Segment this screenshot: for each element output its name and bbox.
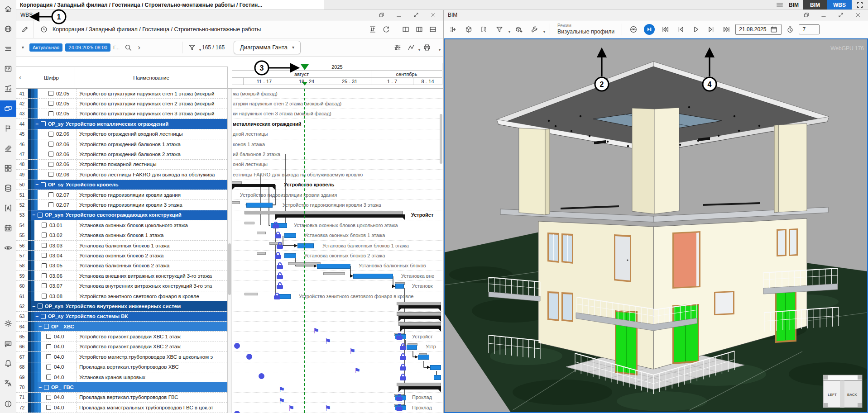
sidebar-item-info-icon[interactable] — [0, 396, 16, 412]
close-icon[interactable] — [427, 12, 439, 18]
link-selection-icon[interactable] — [627, 25, 640, 33]
row-checkbox[interactable] — [42, 294, 47, 299]
sidebar-item-globe-icon[interactable] — [0, 21, 16, 37]
date-badge[interactable]: 24.09.2025 08:00 — [65, 43, 110, 52]
sidebar-item-db-icon[interactable] — [0, 180, 16, 196]
tab-bim[interactable]: BIM — [803, 0, 827, 9]
flag-marker-icon[interactable]: ⚑ — [278, 387, 285, 393]
task-bar[interactable] — [353, 274, 393, 279]
step-back-icon[interactable] — [674, 25, 687, 33]
sidebar-item-layers-icon[interactable] — [0, 100, 16, 117]
table-row[interactable]: 4102.05Устройство штукатурки наружных ст… — [16, 89, 227, 99]
refresh-icon[interactable] — [379, 25, 393, 33]
filter-icon[interactable] — [185, 43, 199, 52]
fullscreen-button[interactable] — [852, 0, 868, 9]
today-marker-icon[interactable] — [301, 64, 309, 70]
layout-split-vertical-icon[interactable] — [399, 25, 412, 33]
table-row[interactable]: 5803.05Установка балконных блоков 2 этаж… — [16, 261, 227, 271]
collapse-minus-icon[interactable]: − — [35, 121, 38, 127]
collapse-minus-icon[interactable]: − — [38, 384, 42, 390]
group-row-bar[interactable]: −OP_synУстройство внутренних инженерных … — [31, 301, 227, 311]
baseline-bar[interactable] — [257, 252, 266, 255]
sidebar-item-chat-icon[interactable] — [0, 336, 16, 352]
table-row[interactable]: 6604.0Устройство горизонт.разводки ХВС 2… — [16, 342, 227, 352]
panel-toggle-icon[interactable] — [446, 25, 460, 33]
baseline-bar[interactable] — [397, 383, 441, 386]
print-icon[interactable] — [420, 43, 434, 52]
row-checkbox[interactable] — [42, 233, 47, 237]
version-badge[interactable]: Актуальная — [29, 43, 62, 52]
collapse-columns-button[interactable]: ‹ — [19, 73, 21, 81]
collapse-minus-icon[interactable]: − — [32, 303, 35, 309]
group-row-bar[interactable]: −OP_syУстройство металлических ограждени… — [34, 119, 227, 128]
flag-marker-icon[interactable]: ⚑ — [325, 405, 331, 412]
table-row[interactable]: 5102.07Устройство гидроизоляции кровли з… — [16, 190, 227, 200]
summary-bar[interactable] — [275, 214, 405, 218]
milestone-dot[interactable] — [259, 373, 264, 379]
row-checkbox[interactable] — [42, 283, 47, 288]
sidebar-item-bell-icon[interactable] — [0, 355, 16, 371]
baseline-bar[interactable] — [323, 272, 345, 275]
baseline-bar[interactable] — [245, 211, 403, 214]
task-bar[interactable] — [297, 243, 314, 248]
row-checkbox[interactable] — [42, 273, 47, 278]
skip-to-start-icon[interactable] — [658, 25, 672, 33]
interval-input[interactable]: 7 — [799, 24, 820, 34]
expand-icon[interactable] — [410, 12, 422, 18]
row-checkbox[interactable] — [46, 395, 51, 400]
table-row[interactable]: 4702.06Устройство ограждений балконов 2 … — [16, 149, 227, 159]
step-forward-icon[interactable] — [705, 25, 718, 33]
table-row[interactable]: 5202.07Устройство гидроизоляции кровли 3… — [16, 200, 227, 210]
row-checkbox[interactable] — [41, 314, 46, 319]
baseline-bar[interactable] — [397, 302, 441, 305]
date-input[interactable]: 21.08.2025 — [735, 24, 782, 35]
summary-bar[interactable] — [398, 305, 441, 309]
row-checkbox[interactable] — [42, 263, 47, 268]
sidebar-item-lang-icon[interactable] — [0, 375, 16, 391]
mode-selector[interactable]: Режим Визуальные профили — [555, 23, 617, 35]
tab-wbs[interactable]: WBS — [827, 0, 852, 9]
row-checkbox[interactable] — [48, 91, 53, 96]
task-bar[interactable] — [395, 284, 404, 289]
row-checkbox[interactable] — [44, 324, 49, 329]
row-checkbox[interactable] — [46, 344, 51, 349]
baseline-bar[interactable] — [245, 222, 254, 224]
summary-bar[interactable] — [398, 316, 441, 319]
summary-bar[interactable] — [232, 184, 275, 187]
restore-icon[interactable] — [376, 12, 388, 18]
sidebar-item-list-icon[interactable] — [0, 41, 16, 57]
row-checkbox[interactable] — [41, 121, 46, 126]
bim-filter-icon[interactable] — [493, 25, 506, 33]
column-header-code[interactable]: Шифр — [28, 67, 75, 89]
table-row[interactable]: 63−OP_syУстройство системы ВК — [16, 312, 227, 322]
row-checkbox[interactable] — [38, 304, 43, 309]
table-row[interactable]: 53−OP_synУстройство светоограждающих кон… — [16, 210, 227, 220]
baseline-bar[interactable] — [397, 312, 441, 316]
table-row[interactable]: 5603.03Установка балконных блоков 1 этаж… — [16, 241, 227, 251]
summary-bar[interactable] — [398, 386, 441, 389]
row-checkbox[interactable] — [48, 172, 53, 177]
group-row-bar[interactable]: −OP_synУстройство светоограждающих конст… — [31, 210, 227, 220]
row-checkbox[interactable] — [38, 213, 43, 218]
sidebar-item-flag-icon[interactable] — [0, 120, 16, 137]
search-icon[interactable] — [121, 43, 135, 52]
history-clock-icon[interactable] — [37, 25, 51, 33]
edit-button[interactable] — [16, 20, 34, 38]
display-settings-icon[interactable] — [391, 43, 404, 52]
collapse-minus-icon[interactable]: − — [35, 313, 38, 319]
flag-marker-icon[interactable]: ⚑ — [325, 338, 331, 345]
table-row[interactable]: 44−OP_syУстройство металлических огражде… — [16, 119, 227, 129]
navcube-left-face[interactable]: LEFT — [828, 393, 837, 397]
sidebar-item-grid-icon[interactable] — [0, 160, 16, 176]
baseline-bar[interactable] — [398, 322, 441, 326]
tools-wrench-icon[interactable] — [528, 25, 541, 33]
task-bar[interactable] — [430, 365, 441, 370]
table-row[interactable]: 4302.05Устройство штукатурки наружных ст… — [16, 109, 227, 119]
task-bar[interactable] — [284, 253, 296, 258]
task-bar[interactable] — [279, 294, 291, 299]
baseline-bar[interactable] — [245, 293, 258, 295]
row-checkbox[interactable] — [48, 101, 53, 106]
row-checkbox[interactable] — [46, 405, 51, 410]
restore-icon[interactable] — [801, 12, 812, 18]
row-checkbox[interactable] — [42, 223, 47, 228]
